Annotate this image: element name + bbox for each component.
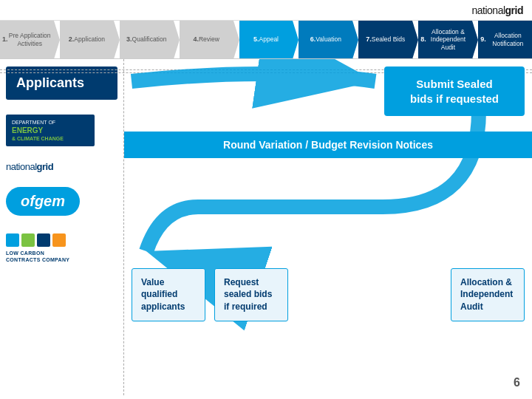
step-6-arrow [352,21,358,59]
decc-logo: DEPARTMENT OF ENERGY & CLIMATE CHANGE [6,115,95,146]
step-4[interactable]: 4. Review [180,21,233,58]
main-content: Applicants DEPARTMENT OF ENERGY & CLIMAT… [0,59,532,395]
submit-sealed-bids-box: Submit Sealed bids if requested [384,66,525,116]
ofgem-logo: ofgem [6,187,80,216]
top-bar: nationalgrid [0,0,532,21]
step-2[interactable]: 2. Application [60,21,114,58]
step-8[interactable]: 8. Allocation & Independent Audit [418,21,472,58]
step-7-arrow [412,21,418,59]
steps-navigation: 1. Pre Application Activities 2. Applica… [0,21,532,59]
step-3-arrow [174,21,180,59]
step-4-arrow [233,21,239,59]
step-1-arrow [54,21,60,59]
step-1[interactable]: 1. Pre Application Activities [0,21,54,58]
step-6[interactable]: 6. Valuation [299,21,352,58]
step-9[interactable]: 9. Allocation Notification [478,21,532,58]
request-sealed-bids-box: Request sealed bids if required [214,268,288,321]
lccc-icon [6,233,66,247]
page-number: 6 [514,376,520,389]
step-7[interactable]: 7. Sealed Bids [358,21,412,58]
content-panel: Submit Sealed bids if requested Round Va… [124,59,532,395]
value-qualified-box: Value qualified applicants [132,268,205,321]
step-5-arrow [293,21,299,59]
round-variation-banner: Round Variation / Budget Revision Notice… [124,132,532,158]
step-8-arrow [472,21,478,59]
action-boxes-row: Value qualified applicants Request seale… [132,268,525,321]
step-3[interactable]: 3. Qualification [120,21,174,58]
lccc-logo: LOW CARBON CONTRACTS COMPANY [6,233,117,263]
ng-sidebar-logo: nationalgrid [6,161,117,172]
step-2-arrow [114,21,120,59]
nationalgrid-logo: nationalgrid [472,4,524,16]
allocation-independent-audit-box: Allocation & Independent Audit [451,268,525,321]
step-5[interactable]: 5. Appeal [239,21,293,58]
applicants-label: Applicants [6,66,117,100]
sidebar: Applicants DEPARTMENT OF ENERGY & CLIMAT… [0,59,124,395]
